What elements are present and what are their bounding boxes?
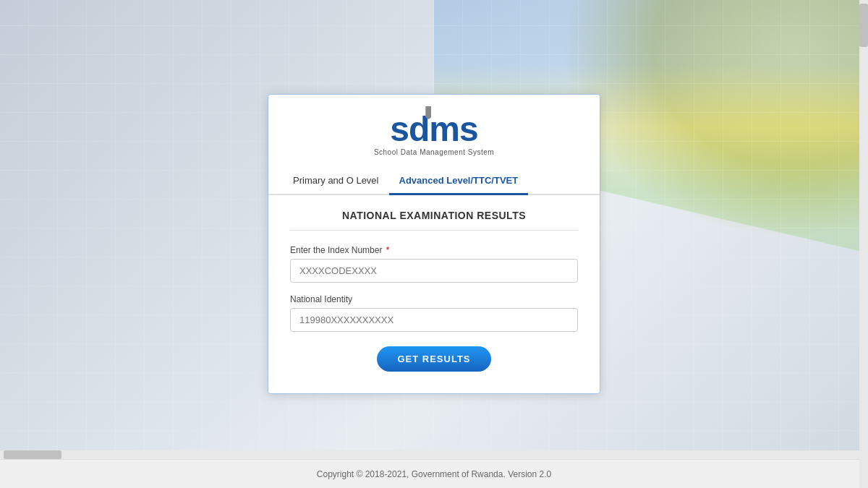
logo-text: sdms — [390, 112, 477, 147]
page-wrapper: sdms School Data Management System Prima… — [0, 0, 868, 488]
logo-letter-s: s — [390, 110, 409, 148]
scrollbar-right[interactable] — [859, 0, 868, 488]
sdms-logo: sdms School Data Management System — [374, 112, 494, 156]
logo-subtitle: School Data Management System — [374, 148, 494, 156]
scrollbar-bottom-thumb[interactable] — [4, 450, 61, 459]
logo-bookmark — [425, 106, 431, 119]
form-group-national-id: National Identity — [290, 294, 578, 332]
get-results-button[interactable]: GET RESULTS — [377, 346, 490, 372]
label-national-identity: National Identity — [290, 294, 578, 304]
form-content: NATIONAL EXAMINATION RESULTS Enter the I… — [268, 195, 600, 393]
label-index-number: Enter the Index Number * — [290, 245, 578, 255]
scrollbar-bottom[interactable] — [0, 450, 859, 459]
scrollbar-right-thumb[interactable] — [859, 4, 868, 47]
main-card: sdms School Data Management System Prima… — [268, 94, 600, 394]
national-identity-input[interactable] — [290, 308, 578, 332]
logo-section: sdms School Data Management System — [268, 95, 600, 168]
form-title: NATIONAL EXAMINATION RESULTS — [290, 210, 578, 231]
logo-letter-d: d — [409, 112, 429, 147]
form-group-index: Enter the Index Number * — [290, 245, 578, 283]
logo-letter-ms: ms — [429, 110, 477, 148]
footer-copyright: Copyright © 2018-2021, Government of Rwa… — [317, 469, 551, 479]
tab-primary[interactable]: Primary and O Level — [283, 168, 389, 195]
index-number-input[interactable] — [290, 259, 578, 283]
footer: Copyright © 2018-2021, Government of Rwa… — [0, 459, 868, 488]
tabs-container: Primary and O Level Advanced Level/TTC/T… — [268, 168, 600, 195]
tab-advanced[interactable]: Advanced Level/TTC/TVET — [389, 168, 529, 195]
required-marker: * — [383, 245, 389, 255]
